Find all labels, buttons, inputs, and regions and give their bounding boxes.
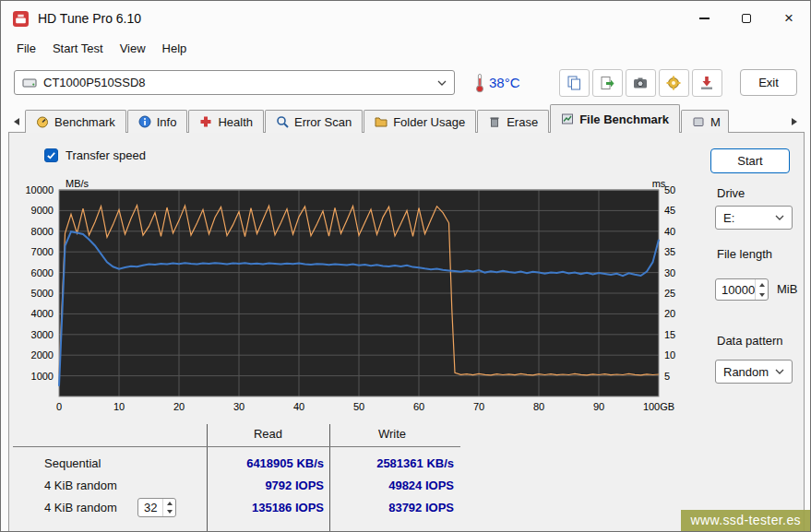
svg-text:1000: 1000 (31, 371, 54, 382)
write-column-header: Write (329, 427, 455, 441)
checkbox-checked-icon (44, 148, 58, 162)
svg-text:8000: 8000 (31, 226, 54, 237)
drive-label: Drive (717, 186, 745, 200)
spinner-up-icon[interactable] (756, 279, 768, 290)
queue-depth-spinner[interactable] (162, 499, 175, 516)
folder-icon (375, 115, 388, 128)
copy-icon (566, 75, 582, 91)
export-icon (599, 75, 615, 91)
svg-text:40: 40 (293, 401, 304, 412)
read-column-header: Read (207, 427, 329, 441)
arrow-left-icon (14, 118, 19, 125)
screenshot-button[interactable] (626, 69, 656, 97)
tab-label: Folder Usage (393, 115, 465, 129)
tabstrip: Benchmark Info Health Error Scan Folder … (8, 104, 803, 133)
benchmark-icon (36, 115, 49, 128)
sequential-read-value: 6418905 KB/s (210, 456, 324, 470)
camera-icon (632, 75, 649, 91)
table-divider (13, 446, 460, 447)
toolbar-buttons (559, 69, 722, 97)
tab-scroll-right[interactable] (786, 111, 803, 133)
svg-text:35: 35 (664, 246, 675, 257)
svg-text:80: 80 (533, 401, 544, 412)
minimize-icon (699, 18, 710, 19)
data-pattern-label: Data pattern (717, 334, 783, 348)
svg-text:ms: ms (652, 178, 666, 189)
file-length-input[interactable]: 10000 (715, 278, 769, 301)
hd-tune-window: HD Tune Pro 6.10 × File Start Test View … (0, 0, 811, 532)
spinner-down-icon[interactable] (163, 508, 175, 517)
drive-selector-value: CT1000P510SSD8 (43, 76, 431, 89)
tab-partial[interactable]: M (681, 110, 729, 133)
close-button[interactable]: × (768, 1, 810, 36)
tab-folder-usage[interactable]: Folder Usage (364, 110, 476, 133)
random4k-row-label: 4 KiB random (44, 479, 117, 492)
options-button[interactable] (659, 69, 689, 97)
svg-text:5000: 5000 (31, 288, 54, 299)
tab-scroll-left[interactable] (8, 111, 25, 133)
menu-help[interactable]: Help (154, 38, 196, 59)
watermark: www.ssd-tester.es (681, 510, 810, 531)
maximize-icon (742, 14, 751, 23)
svg-text:0: 0 (56, 401, 62, 412)
tab-health[interactable]: Health (188, 110, 264, 133)
maximize-button[interactable] (725, 1, 768, 36)
menubar: File Start Test View Help (1, 36, 810, 61)
tab-benchmark[interactable]: Benchmark (25, 110, 126, 133)
titlebar: HD Tune Pro 6.10 × (1, 1, 810, 36)
svg-text:100GB: 100GB (643, 401, 674, 412)
tab-info[interactable]: Info (127, 110, 188, 133)
benchmark-chart: 1000090008000700060005000400030002000100… (18, 177, 690, 413)
drive-selector[interactable]: CT1000P510SSD8 (14, 70, 455, 95)
random4k-qd-write-value: 83792 IOPS (334, 501, 454, 514)
data-pattern-select[interactable]: Random (715, 360, 793, 384)
transfer-speed-checkbox[interactable]: Transfer speed (44, 148, 146, 162)
random4k-qd-read-value: 135186 IOPS (210, 501, 324, 514)
tab-label: File Benchmark (579, 112, 669, 126)
toolbar: CT1000P510SSD8 38°C Ex (1, 61, 810, 104)
tab-file-benchmark[interactable]: File Benchmark (550, 104, 680, 133)
tab-erase[interactable]: Erase (477, 110, 549, 133)
start-button[interactable]: Start (710, 148, 790, 173)
spinner-down-icon[interactable] (756, 290, 768, 300)
tab-error-scan[interactable]: Error Scan (265, 110, 363, 133)
target-drive-select[interactable]: E: (715, 206, 793, 230)
queue-depth-input[interactable]: 32 (137, 498, 176, 517)
copy-button[interactable] (559, 69, 590, 97)
sequential-row-label: Sequential (44, 456, 101, 470)
tab-label: Info (157, 115, 177, 129)
svg-text:3000: 3000 (31, 329, 54, 340)
drive-icon (22, 77, 37, 89)
file-length-value: 10000 (716, 279, 755, 300)
random4k-read-value: 9792 IOPS (210, 479, 324, 492)
menu-file[interactable]: File (8, 38, 44, 59)
chevron-down-icon (437, 80, 447, 86)
file-benchmark-panel: Transfer speed 1000090008000700060005000… (8, 132, 805, 532)
svg-text:7000: 7000 (31, 246, 54, 257)
export-button[interactable] (592, 69, 623, 97)
svg-text:90: 90 (593, 401, 604, 412)
chevron-down-icon (775, 215, 784, 220)
menu-start-test[interactable]: Start Test (44, 38, 112, 59)
menu-view[interactable]: View (112, 38, 154, 59)
svg-text:MB/s: MB/s (66, 178, 89, 189)
svg-text:30: 30 (664, 267, 675, 278)
svg-text:70: 70 (473, 401, 484, 412)
tab-label: Erase (507, 115, 538, 129)
svg-text:45: 45 (664, 205, 675, 216)
minimize-button[interactable] (683, 1, 725, 36)
health-icon (199, 115, 212, 128)
file-length-label: File length (717, 247, 772, 261)
file-length-spinner[interactable] (755, 279, 768, 300)
data-pattern-value: Random (723, 365, 769, 379)
save-results-button[interactable] (692, 69, 722, 97)
spinner-up-icon[interactable] (163, 499, 175, 508)
svg-text:50: 50 (353, 401, 364, 412)
gear-icon (665, 75, 682, 91)
tab-label: Health (218, 115, 253, 129)
download-icon (698, 75, 715, 91)
svg-text:25: 25 (664, 288, 675, 299)
exit-button[interactable]: Exit (740, 69, 797, 96)
info-icon (138, 115, 151, 128)
random4k-write-value: 49824 IOPS (334, 479, 454, 492)
